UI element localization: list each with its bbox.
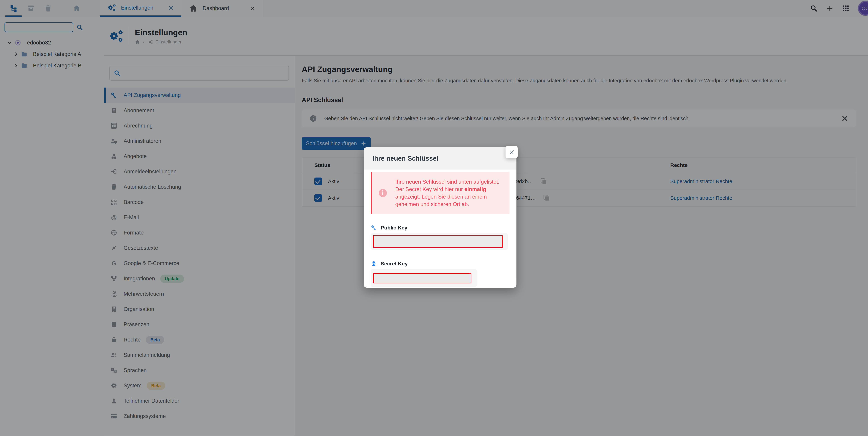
- public-key-label-row: Public Key: [371, 225, 509, 231]
- user-secret-icon: [371, 261, 377, 267]
- secret-key-field[interactable]: [371, 269, 477, 287]
- public-key-redacted-value: [373, 235, 503, 248]
- modal-danger-alert: Ihre neuen Schlüssel sind unten aufgelis…: [371, 172, 509, 214]
- modal-alert-text: Ihre neuen Schlüssel sind unten aufgelis…: [395, 178, 503, 208]
- secret-key-label: Secret Key: [381, 261, 408, 267]
- modal-header: Ihre neuen Schlüssel: [364, 147, 517, 170]
- modal-close-button[interactable]: [505, 146, 518, 158]
- public-key-label: Public Key: [381, 225, 407, 231]
- new-keys-modal: Ihre neuen Schlüssel Ihre neuen Schlüsse…: [364, 147, 517, 288]
- modal-title: Ihre neuen Schlüssel: [372, 155, 438, 162]
- key-icon: [371, 225, 377, 231]
- public-key-field[interactable]: [371, 233, 508, 250]
- secret-key-label-row: Secret Key: [371, 261, 509, 267]
- info-icon: [378, 188, 388, 198]
- close-icon: [508, 149, 515, 155]
- secret-key-redacted-value: [373, 273, 471, 283]
